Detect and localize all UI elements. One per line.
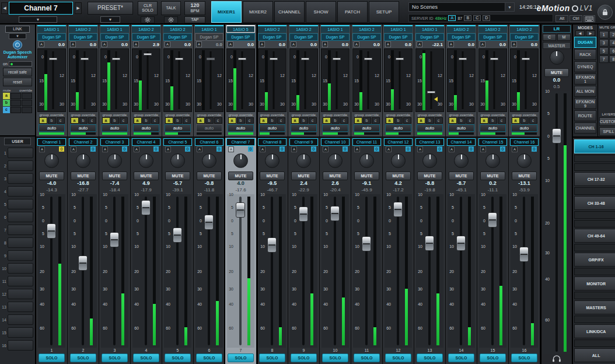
- pan-knob[interactable]: [485, 153, 500, 168]
- dugan-group-a-button[interactable]: a: [323, 117, 331, 124]
- user-slot-7[interactable]: [8, 225, 33, 235]
- dugan-auto-button[interactable]: auto: [322, 124, 348, 132]
- channel-name[interactable]: Channel 13: [415, 138, 444, 146]
- fader-track[interactable]: [234, 194, 246, 348]
- tab-channel[interactable]: CHANNEL: [274, 1, 305, 23]
- dugan-gain-handle[interactable]: [333, 58, 341, 60]
- layer-slot-empty[interactable]: [574, 292, 615, 299]
- solo-button[interactable]: SOLO: [291, 354, 317, 362]
- dugan-group-a-button[interactable]: a: [386, 117, 394, 124]
- dugan-group-c-button[interactable]: c: [214, 117, 222, 124]
- prev-channel-button[interactable]: ◀: [1, 2, 8, 14]
- pan-knob[interactable]: [328, 153, 343, 168]
- dugan-gain-handle[interactable]: [396, 58, 404, 60]
- dugan-group-b-button[interactable]: b: [48, 117, 56, 124]
- group-b-mute-button[interactable]: [11, 100, 21, 106]
- dugan-sp-button[interactable]: Dugan SP: [478, 33, 507, 41]
- solo-button[interactable]: SOLO: [322, 354, 348, 362]
- pan-knob[interactable]: [391, 153, 406, 168]
- dugan-gain-track[interactable]: [489, 50, 499, 110]
- channel-ab-badge[interactable]: A: [71, 146, 76, 152]
- layer-masters[interactable]: MASTERS: [574, 300, 615, 314]
- scenes-dropdown-arrow-icon[interactable]: ▼: [505, 3, 514, 11]
- mute-button[interactable]: MUTE: [197, 172, 222, 180]
- channel-name[interactable]: Channel 9: [289, 138, 318, 146]
- bpm-display[interactable]: 120 BPM: [184, 1, 205, 15]
- tab-setup[interactable]: SETUP: [369, 1, 399, 23]
- user-slot-14[interactable]: [8, 314, 33, 325]
- solo-button[interactable]: SOLO: [39, 354, 65, 362]
- layer-grp-fx[interactable]: GRP/FX: [574, 253, 615, 267]
- dugan-ab-indicator[interactable]: A: [291, 41, 296, 47]
- dugan-ab-indicator[interactable]: A: [448, 41, 454, 47]
- pan-knob[interactable]: [454, 153, 469, 168]
- layer-all[interactable]: ALL: [574, 348, 615, 362]
- layer-link-dca[interactable]: LINK/DCA: [574, 324, 615, 338]
- pan-knob[interactable]: [139, 153, 153, 168]
- fader-handle[interactable]: [299, 206, 308, 222]
- mode-efx-mon-9[interactable]: EFX/MON 9: [574, 98, 596, 109]
- dugan-group-c-button[interactable]: c: [529, 117, 537, 124]
- group-c-override-button[interactable]: [22, 107, 32, 113]
- channel-name[interactable]: Channel 10: [321, 138, 350, 146]
- solo-button[interactable]: SOLO: [354, 354, 380, 362]
- tab-patch[interactable]: PATCH: [337, 1, 368, 23]
- channel-select-dropdown[interactable]: ▼: [19, 16, 57, 23]
- scenes-dropdown[interactable]: No Scenes ▼: [408, 2, 515, 12]
- solo-button[interactable]: SOLO: [196, 354, 222, 362]
- layer-ch-1-16[interactable]: CH 1-16: [574, 139, 615, 153]
- dugan-sp-button[interactable]: Dugan SP: [289, 33, 318, 41]
- mute-button[interactable]: MUTE: [512, 172, 537, 180]
- fader-track[interactable]: [108, 194, 120, 348]
- fader-track[interactable]: [171, 194, 183, 348]
- dugan-auto-button[interactable]: auto: [417, 124, 443, 132]
- solo-button[interactable]: SOLO: [102, 354, 128, 362]
- dugan-auto-button[interactable]: auto: [291, 124, 317, 132]
- dugan-group-a-button[interactable]: a: [39, 117, 47, 124]
- channel-name[interactable]: Channel 3: [100, 138, 129, 146]
- channel-input-label[interactable]: 1ASIO 2: [447, 25, 476, 33]
- fader-handle[interactable]: [362, 236, 371, 251]
- fader-track[interactable]: [329, 194, 341, 348]
- server-slot-b[interactable]: B: [464, 15, 471, 21]
- mode-dugan[interactable]: DUGAN: [574, 37, 596, 48]
- channel-input-label[interactable]: 1ASIO 2: [289, 25, 318, 33]
- dugan-gain-handle[interactable]: [207, 58, 215, 60]
- mute-group-7-button[interactable]: 7: [599, 55, 609, 63]
- dugan-sp-button[interactable]: Dugan SP: [510, 33, 539, 41]
- master-fader-track[interactable]: [550, 91, 562, 354]
- dugan-ab-indicator[interactable]: A: [165, 41, 170, 47]
- dugan-group-a-button[interactable]: a: [260, 117, 268, 124]
- dugan-group-b-button[interactable]: b: [205, 117, 214, 124]
- mode-dyn-eq[interactable]: DYN/EQ: [574, 61, 596, 72]
- pan-knob[interactable]: [422, 153, 437, 168]
- dugan-auto-button[interactable]: auto: [165, 124, 191, 132]
- mute-button[interactable]: MUTE: [417, 172, 442, 180]
- fader-track[interactable]: [76, 194, 89, 348]
- dugan-group-b-button[interactable]: b: [79, 117, 88, 124]
- mute-group-5-button[interactable]: 5: [599, 47, 609, 55]
- channel-input-label[interactable]: 1ASIO 2: [258, 25, 286, 33]
- solo-button[interactable]: SOLO: [259, 354, 285, 362]
- dugan-sp-button[interactable]: Dugan SP: [132, 33, 160, 41]
- dugan-auto-button[interactable]: auto: [133, 124, 159, 132]
- dugan-auto-button[interactable]: auto: [259, 124, 285, 132]
- user-slot-5[interactable]: [8, 199, 33, 209]
- fader-track[interactable]: [423, 194, 435, 348]
- mute-button[interactable]: MUTE: [291, 172, 316, 180]
- solo-button[interactable]: SOLO: [417, 354, 443, 362]
- channel-ab-badge[interactable]: A: [102, 146, 108, 152]
- modes-next-button[interactable]: ▶: [586, 30, 595, 36]
- pan-knob[interactable]: [359, 153, 374, 168]
- tab-mixer1[interactable]: MIXER1: [211, 1, 242, 23]
- fader-handle[interactable]: [141, 200, 151, 215]
- channel-ab-badge[interactable]: A: [165, 146, 171, 152]
- fader-track[interactable]: [202, 194, 215, 348]
- dugan-sp-button[interactable]: Dugan SP: [384, 33, 413, 41]
- dugan-gain-track[interactable]: [48, 50, 58, 110]
- next-channel-button[interactable]: ▶: [75, 2, 82, 14]
- channel-name[interactable]: Channel 16: [510, 138, 539, 146]
- custom-button[interactable]: CUSTOM: [599, 117, 615, 126]
- dugan-group-c-button[interactable]: c: [120, 117, 128, 124]
- channel-ab-badge[interactable]: A: [323, 146, 329, 152]
